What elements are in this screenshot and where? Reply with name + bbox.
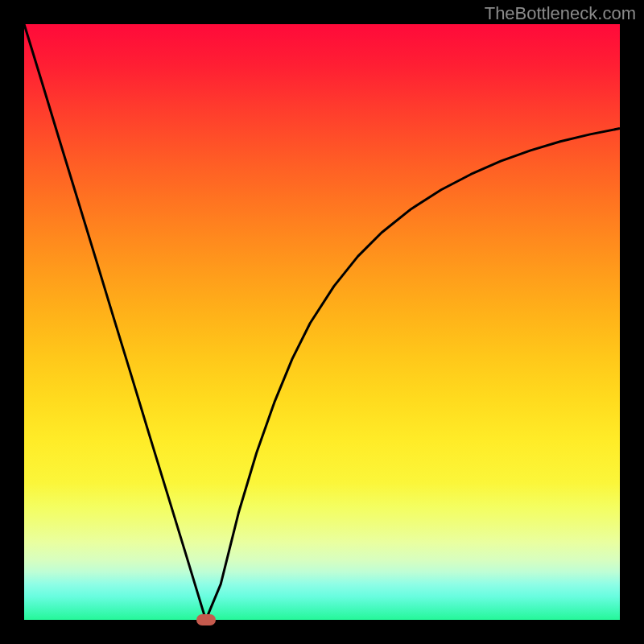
- curve-svg: [24, 24, 620, 620]
- bottleneck-curve: [24, 24, 620, 620]
- minimum-marker: [196, 614, 216, 625]
- watermark-text: TheBottleneck.com: [485, 3, 636, 24]
- chart-frame: TheBottleneck.com: [0, 0, 644, 644]
- plot-area: [24, 24, 620, 620]
